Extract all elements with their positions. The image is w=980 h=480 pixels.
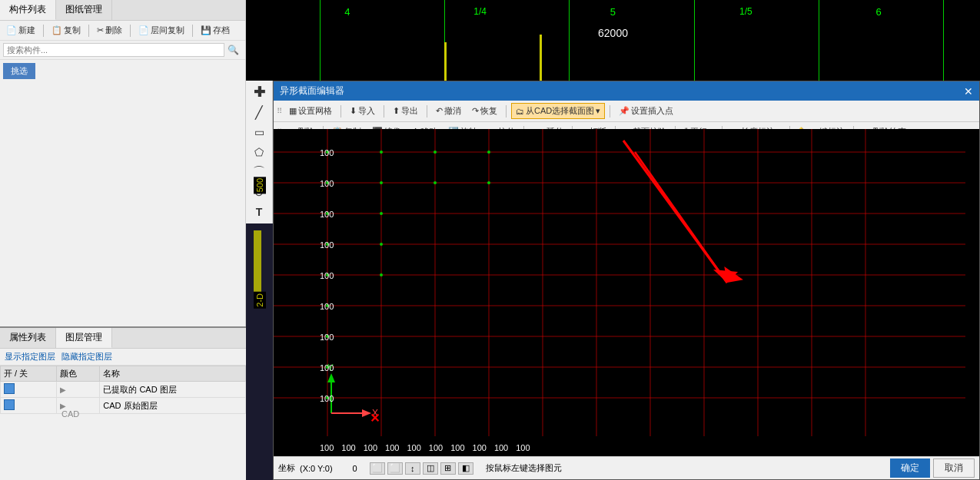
undo-btn[interactable]: ↶ 撤消 — [432, 104, 465, 118]
inter-floor-icon: 📄 — [138, 25, 149, 35]
svg-point-26 — [434, 181, 437, 184]
svg-point-22 — [434, 151, 437, 154]
cad-section-icon: 🗂 — [516, 107, 524, 116]
grid-num-1-5: 1/5 — [739, 6, 752, 18]
sep1 — [43, 25, 44, 37]
text-tool-btn[interactable]: T — [249, 204, 269, 220]
table-row: ▶ 已提取的 CAD 图层 — [1, 382, 246, 398]
coords-label: 坐标 — [278, 462, 295, 474]
bn5: 100 — [407, 443, 420, 452]
dim-label-2d: 2-D — [254, 292, 266, 309]
svg-line-40 — [623, 141, 727, 283]
import-btn[interactable]: ⬇ 导入 — [346, 104, 379, 118]
save-button[interactable]: 💾 存档 — [198, 23, 233, 38]
bn3: 100 — [364, 443, 377, 452]
svg-point-25 — [380, 181, 383, 184]
tsep5 — [610, 105, 610, 118]
insert-icon: 📌 — [619, 106, 630, 116]
grid-num-6: 6 — [876, 6, 882, 18]
tab-properties[interactable]: 属性列表 — [0, 328, 56, 348]
grid-icon: ▦ — [289, 106, 297, 116]
search-row: 🔍 — [0, 41, 245, 60]
sep4 — [192, 25, 193, 37]
show-layer-btn[interactable]: 显示指定图层 — [5, 351, 55, 362]
inter-floor-copy-button[interactable]: 📄 层间复制 — [135, 23, 188, 38]
coords-value: (X:0 Y:0) — [300, 464, 333, 473]
row2-on[interactable] — [1, 398, 57, 414]
grid-bottom-100-numbers: 100 100 100 100 100 100 100 100 100 100 — [320, 443, 530, 452]
grid-num-4: 4 — [344, 6, 350, 18]
col-color: 颜色 — [57, 366, 100, 382]
poly-tool-btn[interactable]: ⬠ — [249, 144, 269, 161]
layer-actions: 显示指定图层 隐藏指定图层 — [0, 349, 246, 366]
save-icon: 💾 — [201, 25, 211, 35]
tab-component-list[interactable]: 构件列表 — [0, 0, 56, 20]
import-icon: ⬇ — [350, 106, 357, 116]
grid-num-1-4: 1/4 — [473, 6, 487, 18]
svg-point-33 — [380, 273, 383, 276]
row1-on[interactable] — [1, 382, 57, 398]
tsep2 — [384, 105, 384, 118]
row1-expand[interactable]: ▶ — [57, 382, 100, 398]
left-bottom-panel: 属性列表 图层管理 显示指定图层 隐藏指定图层 开 / 关 颜色 名称 ▶ 已提… — [0, 326, 246, 480]
center-dimension: 62000 — [598, 27, 628, 39]
redo-btn[interactable]: ↷ 恢复 — [468, 104, 501, 118]
cad-drawing-area[interactable]: X Y ✕ 100 100 100 100 100 100 100 100 10… — [274, 129, 979, 456]
status-icon-5[interactable]: ⊞ — [440, 462, 456, 475]
rect-tool-btn[interactable]: ▭ — [249, 124, 269, 141]
tsep3 — [427, 105, 427, 118]
gn3: 100 — [320, 210, 334, 219]
svg-point-29 — [380, 212, 383, 215]
dropdown-arrow: ▾ — [596, 106, 600, 116]
set-grid-btn[interactable]: ▦ 设置网格 — [285, 104, 336, 118]
dialog-toolbar-1: ⠿ ▦ 设置网格 ⬇ 导入 ⬆ 导出 ↶ 撤消 ↷ 恢复 🗂 从CAD选择截面图… — [274, 101, 979, 122]
add-tool-btn[interactable]: ✚ — [249, 84, 269, 101]
dim-bar-1800 — [254, 230, 261, 292]
tab-layer-management[interactable]: 图层管理 — [56, 328, 112, 348]
svg-point-31 — [380, 243, 383, 246]
svg-point-23 — [487, 151, 490, 154]
sep3 — [130, 25, 131, 37]
dialog-title-bar: 异形截面编辑器 ✕ — [274, 81, 979, 101]
vertical-toolbar: ✚ ╱ ▭ ⬠ ⌒ ⊙ T — [246, 81, 273, 223]
gn6: 100 — [320, 302, 334, 311]
line-tool-btn[interactable]: ╱ — [249, 104, 269, 121]
cancel-button[interactable]: 取消 — [933, 458, 975, 478]
delete-button[interactable]: ✂ 删除 — [94, 23, 125, 38]
select-cad-section-btn[interactable]: 🗂 从CAD选择截面图 ▾ — [511, 103, 605, 119]
bn4: 100 — [385, 443, 399, 452]
svg-marker-43 — [327, 373, 335, 382]
struct-bar-1 — [540, 35, 542, 81]
left-panel-tabs: 构件列表 图纸管理 — [0, 0, 245, 21]
col-on-off: 开 / 关 — [1, 366, 57, 382]
new-button[interactable]: 📄 新建 — [3, 23, 38, 38]
delete-icon: ✂ — [97, 25, 104, 35]
dim-label-500: 500 — [254, 177, 266, 194]
search-input[interactable] — [3, 43, 224, 57]
grid-svg: X Y ✕ — [274, 129, 979, 456]
set-insert-point-btn[interactable]: 📌 设置插入点 — [615, 104, 677, 118]
hide-layer-btn[interactable]: 隐藏指定图层 — [61, 351, 112, 362]
tsep4 — [506, 105, 507, 118]
row2-name: CAD 原始图层 — [100, 398, 246, 414]
hint-text: 按鼠标左键选择图元 — [486, 462, 562, 474]
tab-drawing-management[interactable]: 图纸管理 — [56, 0, 112, 20]
sep2 — [88, 25, 89, 37]
gn5: 100 — [320, 271, 334, 280]
filter-button[interactable]: 挑选 — [3, 63, 35, 79]
status-icon-1[interactable]: ⬜ — [370, 462, 385, 475]
copy-button[interactable]: 📋 复制 — [48, 23, 84, 38]
svg-text:✕: ✕ — [370, 412, 380, 425]
status-icon-4[interactable]: ◫ — [423, 462, 438, 475]
status-icon-6[interactable]: ◧ — [458, 462, 473, 475]
status-icon-2[interactable]: ⬜ — [387, 462, 403, 475]
dialog-title: 异形截面编辑器 — [280, 84, 344, 98]
bn2: 100 — [341, 443, 355, 452]
close-button[interactable]: ✕ — [964, 85, 973, 98]
status-icon-3[interactable]: ↕ — [405, 462, 420, 475]
confirm-button[interactable]: 确定 — [890, 458, 930, 478]
search-button[interactable]: 🔍 — [224, 43, 242, 57]
undo-icon: ↶ — [436, 106, 443, 116]
export-btn[interactable]: ⬆ 导出 — [389, 104, 422, 118]
tsep1 — [341, 105, 341, 118]
